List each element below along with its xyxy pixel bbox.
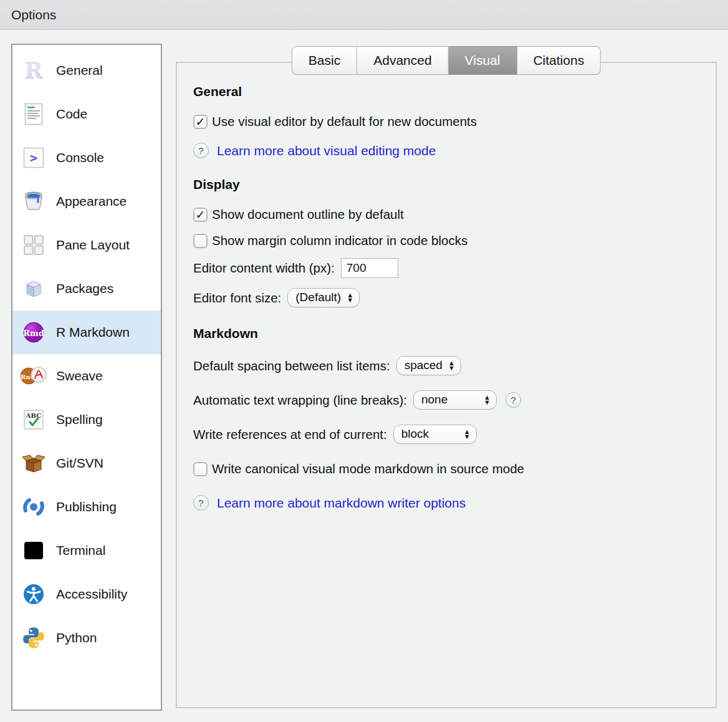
references-select[interactable]: block ▲▼: [393, 425, 477, 444]
sidebar-item-general[interactable]: R General: [12, 49, 161, 92]
sidebar-item-console[interactable]: > Console: [12, 136, 161, 180]
tab-label: Advanced: [373, 53, 431, 68]
show-outline-row: ✓ Show document outline by default: [193, 207, 716, 222]
svg-text:>: >: [30, 150, 37, 165]
sidebar-item-label: Appearance: [56, 194, 127, 209]
sidebar-item-label: Packages: [56, 281, 113, 296]
select-arrows-icon: ▲▼: [464, 429, 471, 439]
git-box-icon: [20, 451, 47, 476]
sidebar-item-code[interactable]: Code: [12, 92, 161, 136]
sidebar-item-label: Pane Layout: [56, 238, 130, 253]
sidebar-item-label: Python: [56, 630, 97, 645]
accessibility-icon: [20, 582, 47, 607]
options-sidebar: R General Code > Console: [11, 44, 162, 711]
select-value: block: [401, 427, 429, 441]
learn-markdown-writer-link[interactable]: Learn more about markdown writer options: [217, 496, 466, 511]
use-visual-editor-checkbox[interactable]: ✓: [193, 115, 208, 129]
sidebar-item-label: R Markdown: [56, 325, 130, 340]
editor-font-size-select[interactable]: (Default) ▲▼: [287, 288, 360, 307]
tab-advanced[interactable]: Advanced: [357, 46, 448, 75]
select-value: spaced: [405, 359, 443, 372]
show-margin-row: Show margin column indicator in code blo…: [193, 233, 716, 248]
sidebar-item-pane-layout[interactable]: Pane Layout: [12, 223, 161, 267]
sidebar-item-packages[interactable]: Packages: [12, 267, 161, 310]
pane-grid-icon: [20, 233, 47, 258]
list-spacing-label: Default spacing between list items:: [193, 359, 390, 373]
canonical-markdown-label[interactable]: Write canonical visual mode markdown in …: [212, 461, 524, 476]
tab-basic[interactable]: Basic: [292, 46, 357, 75]
visual-editing-help-row: ? Learn more about visual editing mode: [193, 143, 716, 158]
markdown-writer-help-row: ? Learn more about markdown writer optio…: [193, 495, 716, 511]
publishing-icon: [20, 494, 47, 519]
sidebar-item-label: Git/SVN: [56, 456, 103, 471]
editor-font-size-label: Editor font size:: [193, 291, 281, 306]
sidebar-item-label: Code: [56, 107, 87, 122]
rnw-pdf-icon: Rnw: [20, 363, 47, 388]
sidebar-item-sweave[interactable]: Rnw Sweave: [12, 354, 161, 398]
use-visual-editor-row: ✓ Use visual editor by default for new d…: [193, 114, 716, 129]
learn-visual-editing-link[interactable]: Learn more about visual editing mode: [217, 143, 436, 158]
sidebar-item-label: Terminal: [56, 543, 105, 558]
window-title: Options: [11, 7, 56, 22]
markdown-section-heading: Markdown: [193, 326, 716, 341]
show-outline-checkbox[interactable]: ✓: [193, 208, 208, 222]
sidebar-item-publishing[interactable]: Publishing: [12, 485, 161, 529]
text-wrapping-label: Automatic text wrapping (line breaks):: [193, 393, 407, 408]
editor-width-label: Editor content width (px):: [193, 261, 335, 276]
help-icon[interactable]: ?: [193, 495, 209, 511]
sidebar-item-label: Sweave: [56, 368, 103, 383]
sidebar-item-r-markdown[interactable]: Rmd R Markdown: [12, 310, 161, 354]
console-prompt-icon: >: [20, 145, 47, 170]
select-value: (Default): [295, 291, 341, 304]
sidebar-item-appearance[interactable]: Appearance: [12, 180, 161, 223]
svg-text:ABC: ABC: [26, 412, 41, 419]
terminal-icon: [20, 538, 47, 563]
tab-visual[interactable]: Visual: [449, 46, 517, 75]
sidebar-item-git-svn[interactable]: Git/SVN: [12, 441, 161, 485]
text-wrapping-select[interactable]: none ▲▼: [413, 390, 497, 410]
sidebar-item-label: Spelling: [56, 412, 103, 427]
preferences-tabbar: Basic Advanced Visual Citations: [292, 46, 601, 75]
window-titlebar: Options: [0, 0, 728, 30]
text-wrapping-row: Automatic text wrapping (line breaks): n…: [193, 390, 716, 410]
sidebar-item-python[interactable]: Python: [12, 616, 161, 660]
package-cube-icon: [20, 276, 47, 301]
tab-label: Citations: [533, 53, 584, 68]
show-margin-checkbox[interactable]: [193, 234, 208, 248]
sidebar-item-terminal[interactable]: Terminal: [12, 529, 161, 572]
sidebar-item-label: General: [56, 63, 103, 78]
canonical-markdown-checkbox[interactable]: [193, 462, 208, 476]
show-outline-label[interactable]: Show document outline by default: [212, 207, 404, 222]
python-icon: [20, 625, 47, 650]
editor-font-size-row: Editor font size: (Default) ▲▼: [193, 288, 716, 307]
display-section-heading: Display: [193, 177, 716, 192]
visual-tab-panel: General ✓ Use visual editor by default f…: [176, 62, 717, 708]
r-logo-icon: R: [20, 58, 47, 83]
sidebar-item-label: Console: [56, 150, 104, 165]
help-icon[interactable]: ?: [193, 143, 209, 158]
paint-bucket-icon: [20, 189, 47, 214]
editor-width-input[interactable]: [341, 258, 398, 278]
tab-label: Basic: [309, 53, 340, 68]
show-margin-label[interactable]: Show margin column indicator in code blo…: [212, 233, 467, 248]
spellcheck-icon: ABC: [20, 407, 47, 432]
list-spacing-select[interactable]: spaced ▲▼: [396, 356, 461, 375]
tab-label: Visual: [465, 53, 501, 68]
select-arrows-icon: ▲▼: [484, 395, 491, 405]
sidebar-item-spelling[interactable]: ABC Spelling: [12, 398, 161, 441]
references-row: Write references at end of current: bloc…: [193, 425, 716, 444]
list-spacing-row: Default spacing between list items: spac…: [193, 356, 716, 375]
rmd-badge-icon: Rmd: [20, 320, 47, 345]
sidebar-item-accessibility[interactable]: Accessibility: [12, 572, 161, 616]
help-icon[interactable]: ?: [505, 392, 521, 408]
references-label: Write references at end of current:: [193, 427, 387, 442]
svg-text:Rmd: Rmd: [23, 329, 44, 338]
sidebar-item-label: Publishing: [56, 499, 117, 514]
select-arrows-icon: ▲▼: [347, 292, 353, 302]
select-arrows-icon: ▲▼: [448, 360, 455, 370]
select-value: none: [421, 393, 448, 407]
sidebar-item-label: Accessibility: [56, 587, 127, 602]
general-section-heading: General: [193, 84, 716, 99]
use-visual-editor-label[interactable]: Use visual editor by default for new doc…: [212, 114, 477, 129]
tab-citations[interactable]: Citations: [517, 46, 601, 75]
